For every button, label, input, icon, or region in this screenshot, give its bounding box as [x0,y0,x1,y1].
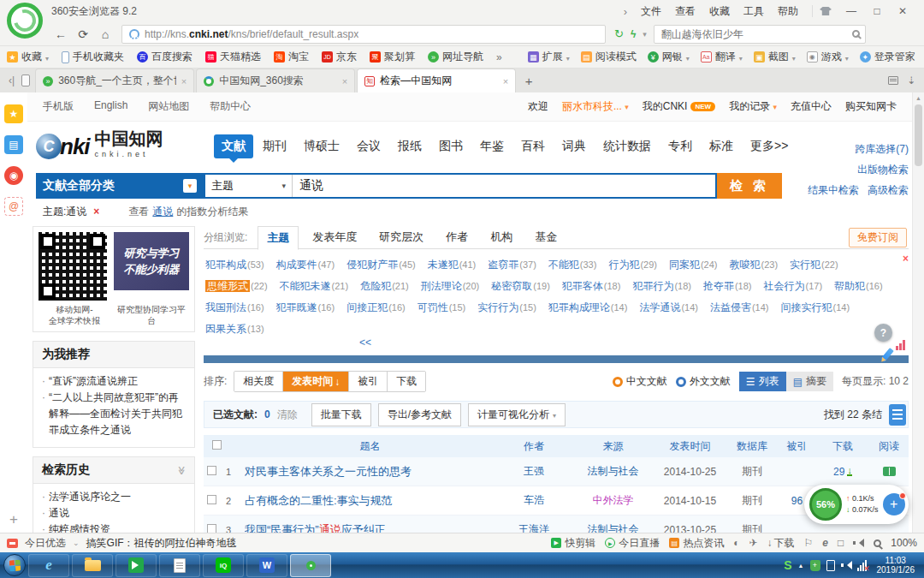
nav-item[interactable]: 词典 [554,134,594,158]
group-tab[interactable]: 研究层次 [370,226,432,249]
collapse-tabs-icon[interactable]: ‹| [9,74,15,86]
search-icon[interactable] [852,30,860,38]
result-in-search-link[interactable]: 结果中检索 [808,184,859,196]
toolbar-item[interactable]: 截图 [754,50,796,64]
bookmark-item[interactable]: 京东 [322,50,357,64]
filter-tag[interactable]: 我国刑法(16) [205,301,264,315]
export-button[interactable]: 导出/参考文献 [378,403,461,426]
browser-360-logo-icon[interactable] [7,3,43,39]
filter-tag[interactable]: 可罚性(15) [418,301,466,315]
index-analysis-link[interactable]: 通说 [152,205,173,219]
downloads-link[interactable]: ↓下载 [767,536,795,551]
zoom-level[interactable]: 100% [891,537,917,549]
my-cnki-link[interactable]: 我的CNKI [643,99,688,114]
url-box[interactable]: http://kns.cnki.net/kns/brief/default_re… [121,25,606,44]
taskbar-app-wps[interactable]: W [246,554,287,577]
nav-item[interactable]: 统计数据 [595,134,659,158]
chevron-down-icon[interactable] [845,51,849,63]
recharge-link[interactable]: 充值中心 [791,99,832,114]
filter-tag[interactable]: 法学通说(14) [639,301,698,315]
window-icon[interactable]: □ [838,537,844,549]
filter-tag[interactable]: 间接实行犯(14) [781,301,850,315]
browser-tab[interactable]: 中国知网_360搜索 [196,69,355,92]
history-item[interactable]: 通说 [42,505,187,521]
foreign-lit-filter[interactable]: 外文文献 [676,374,731,389]
chinese-lit-filter[interactable]: 中文文献 [613,374,667,389]
browser-tab[interactable]: 360导航_一个主页，整个世界 [35,69,194,92]
menu-item[interactable]: 查看 [675,4,696,19]
analysis-button[interactable]: 计量可视化分析 [468,403,566,426]
edit-pencil-icon[interactable] [878,348,897,366]
download-tray-icon[interactable]: ⇣ [907,74,915,86]
history-item[interactable]: 纯粹感情投资 [42,521,187,533]
title-link[interactable]: 我国“民事行为”通说应予纠正 [245,522,495,533]
help-float-icon[interactable] [874,324,892,342]
nav-item[interactable]: 报纸 [390,134,429,158]
abstract-view-button[interactable]: ▤摘要 [786,372,833,391]
speaker-icon[interactable] [853,538,864,548]
scrollbar-thumb[interactable] [915,104,922,166]
sogou-tray-icon[interactable]: S [784,558,791,572]
category-caret-icon[interactable] [183,179,197,193]
device-icon[interactable] [21,74,30,86]
my-records-link[interactable]: 我的记录 [729,100,770,112]
page-scrollbar[interactable]: ▲ [912,92,924,533]
speed-widget[interactable]: 56% ↑ 0.1K/s ↓ 0.07K/s [804,485,909,524]
sort-option[interactable]: 下载 [388,372,425,391]
toolbar-item[interactable]: 扩展 [528,50,570,64]
group-tab[interactable]: 主题 [258,226,299,250]
nav-item[interactable]: 年鉴 [472,134,512,158]
topbar-link[interactable]: 手机版 [43,99,74,114]
recommend-item[interactable]: “二人以上共同故意犯罪”的再解释——全面检讨关于共同犯罪成立条件之通说 [42,390,187,438]
browser-search-input[interactable] [660,27,852,41]
chevron-down-icon[interactable] [45,51,49,63]
download-count[interactable]: 29 [833,466,844,478]
mention-button[interactable]: @ [4,197,23,216]
close-button[interactable]: ✕ [890,5,915,17]
expand-icon[interactable] [73,539,80,547]
menu-item[interactable]: 文件 [641,4,661,19]
tab-close-icon[interactable] [181,76,187,86]
filter-tag[interactable]: 间接正犯(16) [346,301,406,315]
headline-link[interactable]: 搞笑GIF：祖传的阿拉伯神奇地毯 [86,536,237,551]
cnki-logo[interactable]: C nki 中国知网cnki.net [36,133,214,161]
filter-tag[interactable]: 犯罪构成理论(14) [548,301,628,315]
history-item[interactable]: 法学通说序论之一 [42,489,187,505]
remove-filter-icon[interactable] [93,206,99,217]
report-icon[interactable]: ◐ [733,537,739,549]
menu-expander-icon[interactable]: › [624,5,627,18]
filter-tag[interactable]: 犯罪客体(18) [562,279,621,294]
tab-close-icon[interactable] [503,76,508,86]
taskbar-clock[interactable]: 11:032019/1/26 [873,556,920,575]
taskbar-app-iqiyi[interactable]: iQ [203,554,244,577]
toolbar-item[interactable]: 网银 [648,50,690,64]
bookmarks-more[interactable]: » [496,51,502,63]
filter-tag[interactable]: 危险犯(21) [360,279,409,294]
back-button[interactable]: ← [50,27,72,41]
add-sidebar-button[interactable]: + [4,510,23,529]
col-date[interactable]: 发表时间 [654,439,726,454]
search-button[interactable]: 检 索 [717,173,782,199]
row-checkbox[interactable] [207,495,216,504]
close-tags-icon[interactable] [903,253,909,265]
media-button[interactable]: ◉ [4,166,23,185]
filter-tag[interactable]: 未遂犯(41) [428,258,477,272]
author-link[interactable]: 车浩 [495,493,572,508]
menu-item[interactable]: 收藏 [709,4,730,19]
topbar-link[interactable]: 网站地图 [148,99,189,114]
filter-tag[interactable]: 实行犯(22) [790,258,838,272]
bookmark-item[interactable]: 淘宝 [274,50,309,64]
collapse-icon[interactable]: ≫ [176,466,186,474]
source-link[interactable]: 法制与社会 [572,464,654,479]
publication-search-link[interactable]: 出版物检索 [857,164,909,176]
sort-option[interactable]: 被引 [349,372,388,391]
hot-news-link[interactable]: 热点资讯 [669,536,724,551]
maximize-button[interactable]: □ [864,5,890,17]
author-link[interactable]: 王海洋 [495,522,572,533]
advanced-search-link[interactable]: 高级检索 [868,184,909,196]
buy-card-link[interactable]: 购买知网卡 [845,99,897,114]
turbo-icon[interactable]: ↻ [614,27,624,40]
tab-close-icon[interactable] [342,76,347,86]
favorites-star-button[interactable]: ★ [4,104,23,123]
quick-clip-link[interactable]: 快剪辑 [551,536,595,551]
